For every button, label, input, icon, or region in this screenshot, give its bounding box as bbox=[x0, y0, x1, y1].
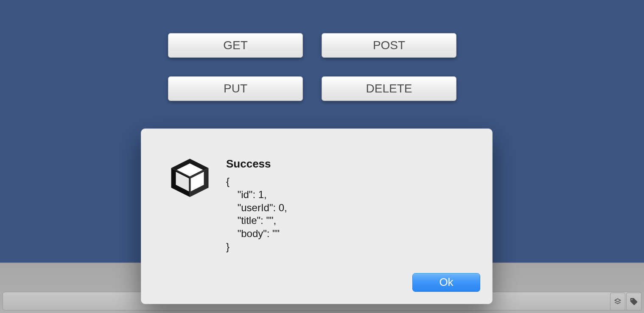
post-button[interactable]: POST bbox=[322, 33, 456, 58]
dialog-title: Success bbox=[226, 157, 471, 171]
ok-button[interactable]: Ok bbox=[412, 273, 480, 292]
dialog-body: { "id": 1, "userId": 0, "title": "", "bo… bbox=[226, 175, 471, 253]
delete-button[interactable]: DELETE bbox=[322, 76, 456, 101]
put-button[interactable]: PUT bbox=[168, 76, 303, 101]
success-dialog: Success { "id": 1, "userId": 0, "title":… bbox=[141, 129, 493, 304]
svg-marker-0 bbox=[615, 299, 621, 302]
get-button[interactable]: GET bbox=[168, 33, 303, 58]
tag-icon[interactable] bbox=[626, 293, 641, 310]
layers-icon[interactable] bbox=[610, 293, 625, 310]
unity-logo-icon bbox=[165, 158, 214, 204]
http-method-buttons: GET POST PUT DELETE bbox=[168, 33, 456, 101]
